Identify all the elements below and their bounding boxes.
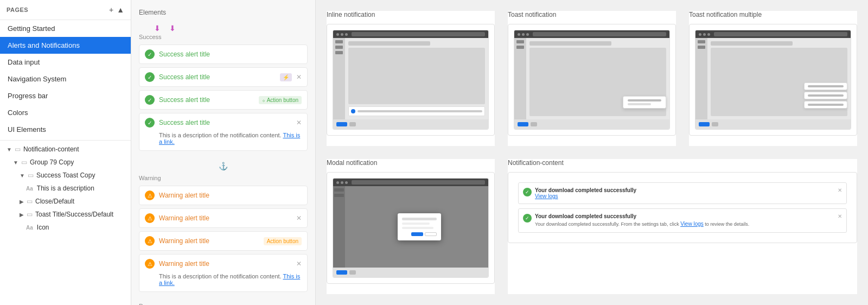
warning-section-label: Warning [139, 175, 308, 181]
mock-toast-3 [804, 101, 847, 109]
sidebar-item-ui-elements[interactable]: UI Elements [0, 121, 131, 138]
dot1 [699, 33, 701, 36]
close-icon[interactable]: ✕ [296, 214, 302, 222]
group-icon: ▭ [27, 198, 33, 205]
warning-alert-with-close[interactable]: ⚠ Warning alert title ✕ [139, 208, 308, 228]
tree-item-success-toast[interactable]: ▼ ▭ Success Toast Copy [0, 169, 131, 182]
warning-alert-title-2: Warning alert title [159, 214, 292, 222]
dot1 [336, 181, 339, 184]
success-alert-title-4: Success alert title [159, 119, 292, 126]
inline-notification-panel: Inline notification [327, 11, 495, 146]
warning-alert-simple[interactable]: ⚠ Warning alert title [139, 186, 308, 205]
mock-browser-inline [333, 30, 489, 130]
action-button-warning[interactable]: Action button [264, 237, 302, 245]
warning-alert-title-4: Warning alert title [159, 260, 292, 268]
mock-modal-overlay [333, 186, 488, 268]
mock-toast-bar [628, 99, 661, 101]
tree-item-toast-title[interactable]: ▶ ▭ Toast Title/Success/Default [0, 208, 131, 221]
sidebar-header: PAGES + ▲ [0, 0, 131, 20]
mock-sidebar-item [335, 46, 343, 49]
inline-notification-preview [327, 24, 495, 136]
mock-sidebar-item [335, 40, 343, 43]
dot2 [341, 33, 343, 36]
mock-btn-sm [712, 122, 718, 126]
alert-header: ⚠ Warning alert title ✕ [145, 259, 302, 269]
sidebar-item-data-input[interactable]: Data input [0, 54, 131, 71]
success-alert-title-2: Success alert title [159, 73, 276, 81]
success-alert-with-action[interactable]: ✓ Success alert title ⬦Action button [139, 90, 308, 110]
right-panels-grid: Inline notification [316, 0, 868, 305]
pin-icon-2: ⬇ [169, 24, 176, 33]
mock-toast-2 [804, 92, 847, 99]
sidebar-divider [0, 140, 131, 141]
group-icon: ▭ [21, 158, 27, 166]
dot2 [703, 33, 706, 36]
notification-content-label: Notification-content [508, 159, 857, 167]
mock-browser-body [333, 38, 488, 119]
alert-dot [351, 109, 355, 113]
mock-sidebar-item [334, 188, 344, 192]
tree-item-icon[interactable]: Aa Icon [0, 221, 131, 234]
tree-chevron-icon: ▼ [13, 160, 18, 166]
inline-notification-label: Inline notification [327, 11, 495, 18]
modal-notification-preview [327, 172, 495, 284]
notif-toast-link-1[interactable]: View logs [535, 193, 834, 199]
mock-urlbar [533, 32, 666, 36]
notif-close-icon-2[interactable]: ✕ [838, 213, 842, 219]
mock-titlebar [514, 30, 669, 38]
mock-browser-body [695, 38, 851, 119]
mock-sidebar [695, 38, 707, 119]
mock-footer [695, 119, 851, 129]
success-alert-simple[interactable]: ✓ Success alert title [139, 45, 308, 64]
warning-alert-with-desc[interactable]: ⚠ Warning alert title ✕ This is a descri… [139, 254, 308, 292]
mock-content-area [526, 38, 669, 119]
close-icon[interactable]: ✕ [296, 260, 302, 268]
notif-close-icon[interactable]: ✕ [838, 187, 842, 193]
sidebar-header-actions: + ▲ [109, 5, 124, 14]
sidebar-item-colors[interactable]: Colors [0, 104, 131, 121]
sidebar-tree: ▼ ▭ Notification-content ▼ ▭ Group 79 Co… [0, 143, 131, 305]
pin-icons-row: ⬇ ⬇ [139, 24, 308, 33]
notif-toast-1: ✓ Your download completed successfully V… [518, 182, 847, 204]
action-button[interactable]: ⬦Action button [259, 96, 302, 104]
mock-sidebar-item [698, 40, 705, 43]
mock-browser-modal [333, 178, 489, 278]
notif-toast-icon-1: ✓ [523, 188, 532, 196]
mock-footer [333, 268, 488, 277]
mock-btn-sm [349, 270, 356, 275]
pages-label: PAGES [7, 7, 28, 13]
success-alert-with-desc[interactable]: ✓ Success alert title ✕ This is a descri… [139, 113, 308, 151]
tree-label-icon: Icon [37, 224, 49, 231]
warning-icon-circle: ⚠ [145, 236, 155, 246]
success-icon-circle: ✓ [145, 72, 155, 82]
notification-content-preview: ✓ Your download completed successfully V… [508, 172, 857, 243]
notif-toast-body-2: Your download completed successfully You… [535, 213, 834, 228]
sidebar-item-navigation-system[interactable]: Navigation System [0, 71, 131, 87]
collapse-icon[interactable]: ▲ [117, 5, 124, 14]
success-alert-with-close[interactable]: ✓ Success alert title ⚡ ✕ [139, 67, 308, 87]
bar [808, 94, 844, 97]
dot3 [345, 181, 348, 184]
tree-item-notification-content[interactable]: ▼ ▭ Notification-content [0, 143, 131, 156]
group-icon: ▭ [28, 171, 34, 179]
sidebar-item-progress-bar[interactable]: Progress bar [0, 87, 131, 104]
tree-label-notification-content: Notification-content [23, 145, 79, 153]
success-alert-title-1: Success alert title [159, 50, 302, 58]
action-icon: ⬦ [262, 97, 265, 103]
tree-chevron-icon: ▶ [20, 199, 24, 205]
mock-content [348, 48, 485, 104]
add-page-icon[interactable]: + [109, 5, 113, 14]
close-icon[interactable]: ✕ [296, 119, 302, 126]
dot3 [707, 33, 710, 36]
dot1 [336, 33, 339, 36]
close-icon[interactable]: ✕ [296, 73, 302, 81]
tree-item-description-text[interactable]: Aa This is a description [0, 182, 131, 195]
alert-description: This is a description of the notificatio… [145, 273, 302, 286]
anchor-icon-row: ⚓ [139, 162, 308, 170]
warning-alert-with-action[interactable]: ⚠ Warning alert title Action button [139, 231, 308, 251]
tree-item-close-default[interactable]: ▶ ▭ Close/Default [0, 195, 131, 208]
notif-desc-link[interactable]: View logs [680, 221, 704, 227]
sidebar-item-getting-started[interactable]: Getting Started [0, 20, 131, 37]
sidebar-item-alerts[interactable]: Alerts and Notifications [0, 37, 131, 54]
tree-item-group79[interactable]: ▼ ▭ Group 79 Copy [0, 156, 131, 169]
